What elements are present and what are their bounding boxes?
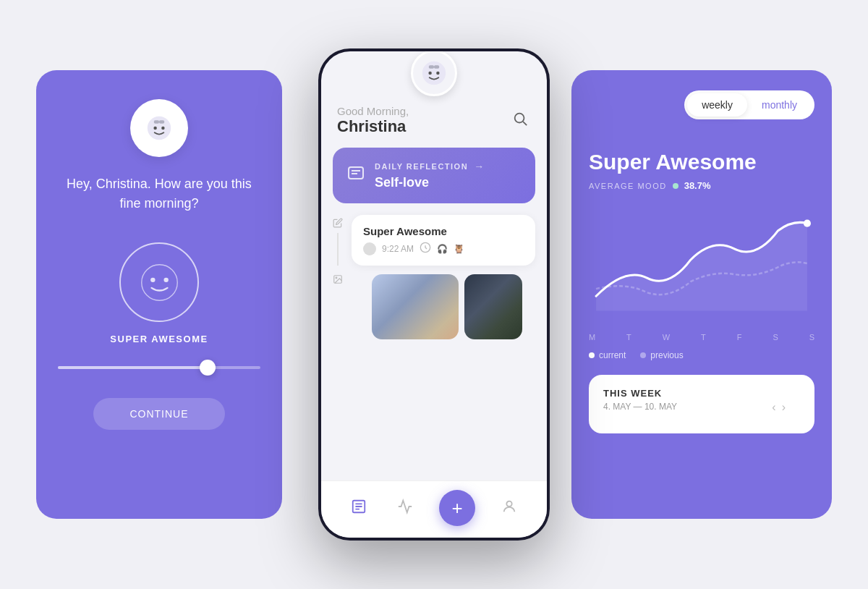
avg-mood-value: 38.7% xyxy=(684,180,711,191)
phone-shell: Good Morning, Christina xyxy=(318,48,550,541)
svg-point-0 xyxy=(148,116,171,140)
greeting-small: Good Morning, xyxy=(337,105,409,117)
bottom-navigation: + xyxy=(321,480,547,538)
edit-icon xyxy=(333,218,343,230)
day-S2: S xyxy=(809,333,814,342)
mood-circle xyxy=(119,242,199,322)
entry-time: 9:22 AM xyxy=(382,244,414,254)
weekly-toggle[interactable]: weekly xyxy=(687,93,747,116)
svg-point-6 xyxy=(150,277,155,281)
photo-flowers xyxy=(372,274,459,339)
legend-current: current xyxy=(589,350,626,360)
entry-card[interactable]: Super Awesome 9:22 AM 🎧 🦉 xyxy=(352,215,535,266)
day-T1: T xyxy=(626,333,631,342)
nav-chart-button[interactable] xyxy=(393,494,417,522)
phone-notch xyxy=(321,51,547,96)
timeline-side-2 xyxy=(333,271,343,339)
svg-point-4 xyxy=(161,127,165,130)
this-week-date: 4. MAY — 10. MAY xyxy=(603,402,800,412)
week-next-button[interactable]: › xyxy=(782,401,786,414)
photos-row-wrapper xyxy=(333,271,535,339)
mood-face-icon xyxy=(140,263,179,302)
search-icon xyxy=(512,111,528,127)
this-week-title: THIS WEEK xyxy=(603,388,800,399)
svg-point-5 xyxy=(141,264,177,300)
avg-mood-dot xyxy=(673,183,678,189)
svg-rect-2 xyxy=(159,120,164,124)
message-icon xyxy=(347,165,365,182)
reflection-icon xyxy=(347,165,365,187)
legend-dot-current xyxy=(589,352,595,358)
photo-dark xyxy=(464,274,522,339)
entry-icon-1 xyxy=(420,242,431,255)
phone-screen: Good Morning, Christina xyxy=(321,51,547,538)
chart-icon xyxy=(397,499,413,514)
entry-icon-2: 🎧 xyxy=(437,244,448,254)
svg-line-14 xyxy=(523,122,527,125)
day-S1: S xyxy=(773,333,778,342)
face-icon-phone xyxy=(421,60,447,86)
entry-row: Super Awesome 9:22 AM 🎧 🦉 xyxy=(333,215,535,266)
svg-point-3 xyxy=(153,127,157,130)
scene: Hey, Christina. How are you this fine mo… xyxy=(36,34,832,555)
this-week-card-inner: THIS WEEK 4. MAY — 10. MAY ‹ › xyxy=(603,388,800,412)
timeline-line xyxy=(337,233,339,266)
day-W: W xyxy=(663,333,670,342)
center-phone: Good Morning, Christina xyxy=(318,48,550,541)
continue-button[interactable]: CONTINUE xyxy=(93,398,224,430)
reflection-header: DAILY REFLECTION → xyxy=(375,161,484,172)
monthly-toggle[interactable]: monthly xyxy=(747,93,812,116)
nav-journal-button[interactable] xyxy=(346,494,371,522)
week-navigation: ‹ › xyxy=(772,401,786,414)
week-prev-button[interactable]: ‹ xyxy=(772,401,775,414)
toggle-bar: weekly monthly xyxy=(684,90,814,119)
avg-mood-row: AVERAGE MOOD 38.7% xyxy=(589,180,814,191)
phone-content: DAILY REFLECTION → Self-love xyxy=(321,148,547,480)
svg-point-11 xyxy=(428,72,432,75)
reflection-title: Self-love xyxy=(375,175,484,190)
day-T2: T xyxy=(701,333,706,342)
svg-rect-9 xyxy=(429,65,434,69)
svg-rect-1 xyxy=(154,120,159,124)
chart-svg xyxy=(589,205,814,321)
mood-label: SUPER AWESOME xyxy=(110,334,208,344)
chart-legend: current previous xyxy=(589,350,814,360)
svg-point-26 xyxy=(804,220,811,227)
right-card: weekly monthly Super Awesome AVERAGE MOO… xyxy=(571,70,832,519)
nav-profile-button[interactable] xyxy=(497,494,522,522)
phone-header: Good Morning, Christina xyxy=(321,96,547,148)
timeline-side xyxy=(333,215,343,266)
entry-icon-3: 🦉 xyxy=(454,244,464,254)
svg-rect-10 xyxy=(434,65,439,69)
svg-point-20 xyxy=(336,277,337,279)
slider-container xyxy=(58,366,260,369)
phone-greeting: Good Morning, Christina xyxy=(337,105,409,136)
reflection-label: DAILY REFLECTION xyxy=(375,162,468,171)
greeting-name: Christina xyxy=(337,117,409,136)
face-icon-left xyxy=(146,115,172,141)
daily-reflection-card[interactable]: DAILY REFLECTION → Self-love xyxy=(333,148,535,203)
avg-mood-label: AVERAGE MOOD xyxy=(589,182,667,190)
profile-icon xyxy=(501,499,517,514)
photos-row xyxy=(372,274,522,339)
add-entry-button[interactable]: + xyxy=(439,490,475,526)
legend-dot-previous xyxy=(640,352,646,358)
svg-point-25 xyxy=(506,501,511,506)
svg-point-13 xyxy=(515,114,524,123)
legend-previous: previous xyxy=(640,350,683,360)
slider-thumb[interactable] xyxy=(200,360,216,376)
this-week-card: THIS WEEK 4. MAY — 10. MAY ‹ › xyxy=(589,375,814,433)
left-avatar xyxy=(130,99,188,157)
left-card: Hey, Christina. How are you this fine mo… xyxy=(36,70,282,519)
slider-fill xyxy=(58,366,210,369)
journal-icon xyxy=(351,499,367,514)
reflection-arrow: → xyxy=(474,161,484,172)
right-title: Super Awesome xyxy=(589,150,814,174)
slider-track xyxy=(58,366,260,369)
search-button[interactable] xyxy=(509,108,531,132)
day-M: M xyxy=(589,333,595,342)
phone-avatar xyxy=(411,51,457,96)
mood-chart xyxy=(589,205,814,321)
svg-point-8 xyxy=(422,62,446,85)
entry-title: Super Awesome xyxy=(363,225,524,237)
